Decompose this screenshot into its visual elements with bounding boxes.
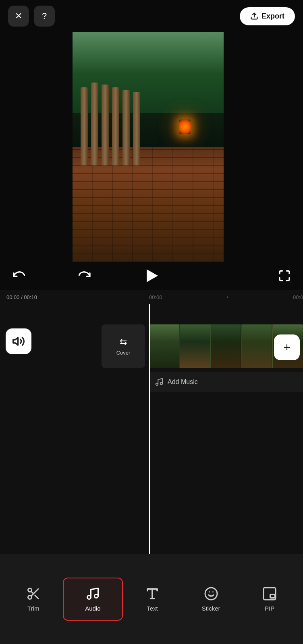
fence-post-6: [133, 92, 140, 165]
text-icon: [145, 586, 160, 601]
svg-point-2: [156, 383, 158, 386]
audio-label: Audio: [85, 605, 100, 612]
close-button[interactable]: ✕: [8, 6, 29, 27]
text-label: Text: [147, 605, 158, 612]
pip-label: PIP: [265, 605, 274, 612]
video-frame-2: [180, 324, 210, 368]
time-display: 00:00 / 00:10: [6, 294, 37, 300]
fence-post-2: [91, 83, 98, 165]
sticker-icon: [204, 586, 218, 601]
fence-post-3: [102, 85, 109, 165]
sticker-label: Sticker: [202, 605, 220, 612]
add-music-bar[interactable]: Add Music: [149, 372, 303, 392]
fullscreen-icon: [278, 269, 291, 282]
playback-controls: [0, 262, 303, 290]
add-clip-button[interactable]: +: [274, 334, 300, 360]
trim-label: Trim: [27, 605, 39, 612]
time-bar: 00:00 / 00:10 00:00 • 00:02 •: [0, 290, 303, 304]
fence: [73, 74, 151, 165]
timeline-area[interactable]: ⇆ Cover + Add Music: [0, 304, 303, 554]
video-background: [73, 32, 224, 262]
pip-icon: [262, 586, 277, 601]
export-icon: [250, 12, 258, 20]
bottom-toolbar: Trim Audio Text Sticker: [0, 554, 303, 644]
music-note-icon: [155, 378, 164, 386]
video-frame-1: [149, 324, 179, 368]
svg-marker-1: [13, 338, 18, 345]
export-label: Export: [261, 12, 284, 21]
fullscreen-button[interactable]: [276, 267, 293, 285]
toolbar-item-trim[interactable]: Trim: [4, 578, 63, 620]
add-music-text: Add Music: [168, 378, 198, 386]
close-icon: ✕: [15, 11, 22, 21]
fence-post-5: [122, 90, 130, 165]
svg-line-8: [31, 591, 33, 594]
cover-label: Cover: [116, 350, 131, 356]
video-frame-4: [242, 324, 272, 368]
toolbar-item-text[interactable]: Text: [123, 578, 182, 620]
export-button[interactable]: Export: [240, 7, 295, 25]
timeline-playhead: [149, 304, 150, 554]
play-icon: [147, 269, 158, 282]
redo-button[interactable]: [76, 267, 94, 285]
toolbar-item-sticker[interactable]: Sticker: [182, 578, 241, 620]
time-markers: 00:00 • 00:02 •: [149, 294, 303, 300]
svg-point-10: [95, 594, 98, 598]
fence-post-1: [81, 87, 88, 165]
add-clip-icon: +: [283, 341, 291, 354]
help-button[interactable]: ?: [34, 6, 55, 27]
video-preview: [73, 32, 224, 262]
volume-button[interactable]: [6, 328, 31, 354]
undo-button[interactable]: [10, 267, 27, 285]
trim-icon: [26, 586, 41, 601]
time-marker-2: 00:02: [293, 294, 303, 300]
play-button[interactable]: [143, 267, 160, 285]
svg-point-9: [87, 596, 91, 599]
redo-icon: [79, 269, 91, 282]
top-bar-left: ✕ ?: [8, 6, 55, 27]
audio-icon: [85, 586, 100, 601]
toolbar-item-pip[interactable]: PIP: [240, 578, 299, 620]
time-marker-1: 00:00: [149, 294, 162, 300]
spacer: [209, 267, 227, 285]
svg-line-7: [35, 595, 38, 599]
undo-icon: [12, 269, 25, 282]
help-icon: ?: [42, 11, 47, 21]
lantern: [179, 120, 191, 134]
video-frame-3: [211, 324, 241, 368]
fence-post-4: [112, 87, 119, 165]
toolbar-item-audio[interactable]: Audio: [63, 578, 123, 621]
svg-point-13: [205, 588, 217, 600]
volume-icon: [12, 335, 25, 348]
cover-arrows-icon: ⇆: [120, 337, 127, 347]
svg-rect-17: [270, 594, 275, 598]
cover-thumbnail[interactable]: ⇆ Cover: [102, 324, 145, 368]
svg-point-3: [160, 382, 163, 385]
time-marker-dot-1: •: [227, 294, 229, 300]
top-bar: ✕ ? Export: [0, 0, 303, 32]
